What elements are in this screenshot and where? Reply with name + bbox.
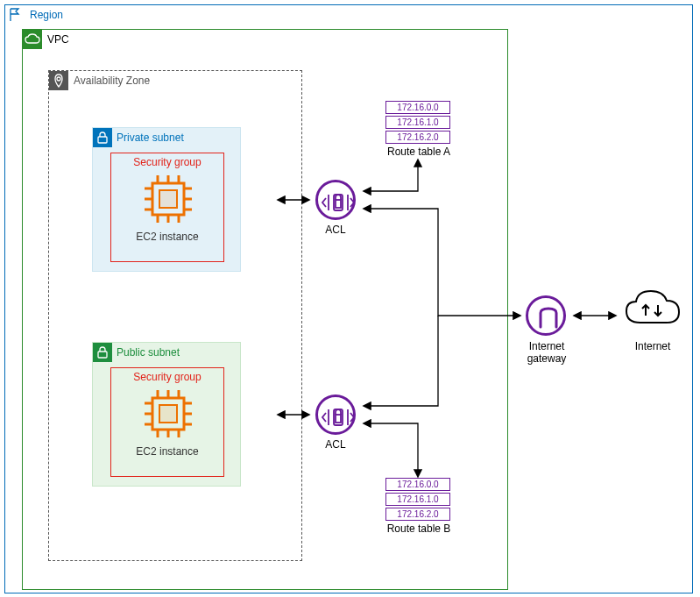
route-table-b-label: Route table B xyxy=(375,522,463,535)
security-group-label: Security group xyxy=(111,371,223,383)
lock-icon xyxy=(93,343,112,362)
security-group-box-public: Security group EC2 instance xyxy=(110,367,224,477)
svg-rect-16 xyxy=(98,352,107,358)
svg-rect-36 xyxy=(336,415,341,423)
availability-zone-label: Availability Zone xyxy=(74,75,150,87)
acl-label: ACL xyxy=(315,438,356,451)
route-table-a: 172.16.0.0 172.16.1.0 172.16.2.0 xyxy=(385,101,450,146)
security-group-label: Security group xyxy=(111,156,223,168)
svg-point-0 xyxy=(57,77,60,81)
route-table-a-label: Route table A xyxy=(375,146,463,158)
route-table-row: 172.16.1.0 xyxy=(385,116,450,129)
acl-icon xyxy=(315,394,356,435)
svg-rect-1 xyxy=(98,137,107,143)
vpc-label: VPC xyxy=(47,33,69,46)
route-table-row: 172.16.2.0 xyxy=(385,508,450,521)
chip-icon xyxy=(142,173,194,225)
route-table-row: 172.16.0.0 xyxy=(385,101,450,114)
internet-label: Internet xyxy=(623,340,682,352)
cloud-icon xyxy=(623,288,682,338)
private-subnet-box: Private subnet Security group EC2 instan… xyxy=(92,127,241,272)
region-label: Region xyxy=(30,9,63,21)
security-group-box-private: Security group EC2 instance xyxy=(110,153,224,262)
ec2-instance-label: EC2 instance xyxy=(111,445,223,458)
public-subnet-label: Public subnet xyxy=(117,346,180,359)
location-icon xyxy=(49,71,68,90)
internet-gateway-label: Internet gateway xyxy=(513,340,580,365)
internet-gateway-icon xyxy=(526,295,566,336)
route-table-row: 172.16.0.0 xyxy=(385,478,450,491)
ec2-instance-label: EC2 instance xyxy=(111,231,223,243)
acl-label: ACL xyxy=(315,224,356,236)
cloud-icon xyxy=(23,30,42,49)
svg-rect-32 xyxy=(336,200,341,208)
svg-rect-18 xyxy=(159,405,177,423)
flag-icon xyxy=(5,5,25,25)
svg-rect-3 xyxy=(159,190,177,208)
chip-icon xyxy=(142,387,194,440)
route-table-b: 172.16.0.0 172.16.1.0 172.16.2.0 xyxy=(385,478,450,522)
route-table-row: 172.16.1.0 xyxy=(385,493,450,506)
route-table-row: 172.16.2.0 xyxy=(385,131,450,144)
acl-icon xyxy=(315,180,356,220)
public-subnet-box: Public subnet Security group EC2 instanc… xyxy=(92,342,241,487)
lock-icon xyxy=(93,128,112,147)
private-subnet-label: Private subnet xyxy=(117,131,184,144)
